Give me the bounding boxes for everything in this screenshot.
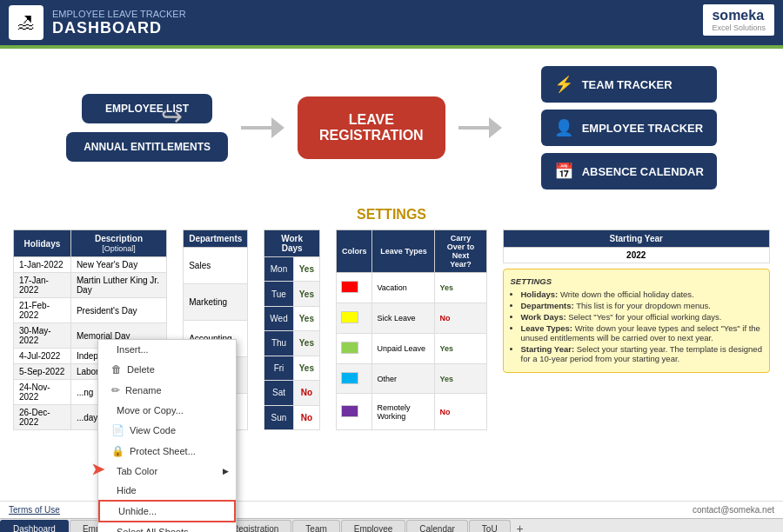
workday-name: Sat: [264, 381, 293, 405]
menu-item-icon: 🔒: [111, 445, 124, 457]
context-menu-item-tab-color[interactable]: Tab Color: [98, 462, 236, 481]
workday-name: Tue: [264, 282, 293, 306]
leave-type-name: Vacation: [372, 273, 435, 303]
leave-types-table: Colors Leave Types Carry Over toNext Yea…: [336, 229, 487, 430]
tab-employee[interactable]: Employee: [341, 520, 405, 532]
flow-arrow-2: [458, 115, 502, 141]
annual-entitlements-button[interactable]: ANNUAL ENTITLEMENTS: [66, 132, 228, 162]
leave-color-cell: [336, 333, 372, 363]
context-menu-item-protect-sheet---[interactable]: 🔒Protect Sheet...: [98, 441, 236, 462]
info-bullet: Starting Year: Select your starting year…: [521, 344, 762, 363]
team-tracker-icon: ⚡: [554, 75, 573, 94]
brand-name: someka: [712, 8, 766, 23]
menu-item-label: View Code: [130, 425, 176, 436]
leave-type-name: Other: [372, 363, 435, 394]
workdays-header: Work Days: [264, 230, 320, 257]
workday-value: No: [293, 405, 319, 429]
context-menu-item-insert---[interactable]: Insert...: [98, 340, 236, 359]
holiday-date: 1-Jan-2022: [14, 257, 71, 273]
menu-item-label: Rename: [125, 385, 162, 396]
holiday-desc: New Year's Day: [70, 257, 166, 273]
holiday-date: 21-Feb-2022: [14, 298, 71, 323]
leave-type-row: Remotely WorkingNo: [336, 394, 486, 430]
tab-dashboard[interactable]: Dashboard: [0, 520, 69, 532]
context-menu-item-view-code[interactable]: 📄View Code: [98, 420, 236, 441]
starting-year-header: Starting Year: [503, 230, 769, 248]
holiday-date: 30-May-2022: [14, 323, 71, 349]
leave-type-row: Unpaid LeaveYes: [336, 333, 486, 363]
add-sheet-button[interactable]: +: [512, 520, 529, 532]
tab-tou[interactable]: ToU: [469, 520, 511, 532]
leave-type-row: VacationYes: [336, 273, 486, 303]
holiday-row: 1-Jan-2022New Year's Day: [14, 257, 167, 273]
leave-color-cell: [336, 394, 372, 430]
menu-item-label: Hide: [117, 485, 137, 495]
employee-tracker-icon: 👤: [554, 118, 573, 137]
holiday-date: 26-Dec-2022: [14, 405, 71, 430]
app-title: DASHBOARD: [52, 19, 186, 37]
menu-item-icon: ✏: [111, 384, 120, 396]
workday-name: Wed: [264, 306, 293, 330]
curved-arrow-icon: ↩: [161, 101, 183, 131]
carry-over-value: Yes: [435, 333, 486, 363]
carry-over-value: Yes: [435, 273, 486, 303]
carry-over-value: No: [435, 394, 486, 430]
info-bullets-list: Holidays: Write down the official holida…: [511, 289, 762, 363]
info-bullet: Leave Types: Write down your leave types…: [521, 323, 762, 342]
header-text: EMPLOYEE LEAVE TRACKER DASHBOARD: [52, 9, 186, 37]
context-menu-item-select-all-sheets[interactable]: Select All Sheets: [98, 522, 236, 532]
menu-item-label: Select All Sheets: [117, 527, 189, 532]
red-arrow-indicator: ➤: [91, 460, 104, 479]
context-menu-item-hide[interactable]: Hide: [98, 481, 236, 500]
carry-over-value: Yes: [435, 363, 486, 394]
brand-logo: someka Excel Solutions: [703, 4, 774, 36]
department-row: Sales: [184, 248, 248, 284]
holiday-date: 24-Nov-2022: [14, 380, 71, 405]
flow-arrow-1: [241, 115, 284, 141]
settings-title: SETTINGS: [13, 207, 770, 223]
menu-item-label: Unhide...: [118, 506, 157, 516]
context-menu-item-rename[interactable]: ✏Rename: [98, 380, 236, 401]
terms-of-use-link[interactable]: Terms of Use: [9, 505, 60, 515]
starting-year-value: 2022: [503, 248, 769, 263]
menu-item-label: Delete: [127, 364, 155, 375]
tab-calendar[interactable]: Calendar: [406, 520, 468, 532]
employee-list-button[interactable]: EMPLOYEE LIST: [82, 94, 212, 123]
info-bullet: Work Days: Select "Yes" for your officia…: [521, 312, 762, 322]
menu-item-label: Move or Copy...: [117, 405, 184, 416]
context-menu-item-move-or-copy---[interactable]: Move or Copy...: [98, 401, 236, 420]
right-tracker-buttons: ⚡ TEAM TRACKER 👤 EMPLOYEE TRACKER 📅 ABSE…: [541, 66, 717, 190]
holiday-date: 5-Sep-2022: [14, 364, 71, 380]
leave-type-name: Sick Leave: [372, 303, 435, 333]
leave-color-cell: [336, 273, 372, 303]
leave-type-row: Sick LeaveNo: [336, 303, 486, 333]
leave-type-row: OtherYes: [336, 363, 486, 394]
team-tracker-button[interactable]: ⚡ TEAM TRACKER: [541, 66, 717, 103]
leave-type-name: Remotely Working: [372, 394, 435, 430]
workday-value: Yes: [293, 306, 319, 330]
contact-email: contact@someka.net: [693, 505, 774, 515]
menu-item-label: Protect Sheet...: [130, 446, 196, 456]
department-name: Marketing: [184, 284, 248, 321]
menu-item-label: Tab Color: [117, 466, 157, 476]
workday-row: SatNo: [264, 381, 320, 405]
holiday-row: 21-Feb-2022President's Day: [14, 298, 167, 323]
context-menu-item-delete[interactable]: 🗑Delete: [98, 359, 236, 380]
info-box-title: SETTINGS: [511, 276, 762, 286]
leave-registration-button[interactable]: LEAVEREGISTRATION: [298, 96, 445, 159]
brand-tagline: Excel Solutions: [712, 23, 766, 32]
menu-item-label: Insert...: [117, 344, 149, 355]
description-header: Description[Optional]: [70, 230, 166, 257]
workdays-table: Work Days MonYesTueYesWedYesThuYesFriYes…: [264, 229, 320, 430]
tab-team[interactable]: Team: [292, 520, 339, 532]
department-row: Marketing: [184, 284, 248, 321]
absence-calendar-button[interactable]: 📅 ABSENCE CALENDAR: [541, 153, 717, 190]
holiday-desc: President's Day: [70, 298, 166, 323]
workday-row: FriYes: [264, 356, 320, 380]
employee-tracker-button[interactable]: 👤 EMPLOYEE TRACKER: [541, 110, 717, 146]
context-menu-item-unhide---[interactable]: Unhide...: [98, 500, 236, 522]
info-bullet: Holidays: Write down the official holida…: [521, 289, 762, 299]
workday-row: MonYes: [264, 257, 320, 282]
header: 🏖 EMPLOYEE LEAVE TRACKER DASHBOARD somek…: [0, 0, 783, 45]
workday-value: Yes: [293, 331, 319, 356]
